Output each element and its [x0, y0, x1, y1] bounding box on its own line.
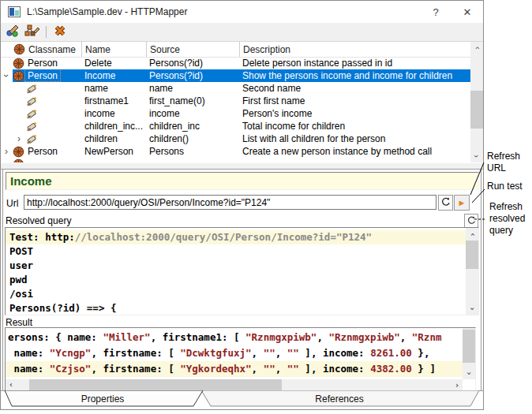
name-cell: income [81, 108, 146, 119]
caption-buttons: ? ✕ [420, 1, 483, 23]
description-cell: Person's income [239, 108, 470, 119]
chevron-down-icon[interactable]: › [1, 70, 12, 81]
edit-mapping-button[interactable] [4, 24, 21, 40]
description-cell: List with all children for the person [239, 133, 470, 144]
edit-structure-button[interactable] [24, 24, 41, 40]
name-cell: NewPerson [81, 146, 146, 157]
delete-icon [54, 24, 66, 40]
table-row[interactable]: namenameSecond name [1, 82, 470, 95]
delete-button[interactable] [51, 24, 69, 40]
description-cell: Total income for children [239, 121, 470, 132]
tree-cell: Person [1, 58, 81, 69]
run-test-button[interactable]: ► [454, 195, 470, 211]
result-horizontal-scrollbar[interactable]: › › [6, 379, 463, 390]
code-segment: name: [8, 347, 50, 359]
tab-properties-label[interactable]: Properties [9, 393, 197, 405]
table-row[interactable]: ›childrenchildren()List with all childre… [1, 132, 470, 145]
table-row[interactable]: PersonDeletePersons(?id)Delete person in… [1, 57, 470, 69]
refresh-url-button[interactable] [438, 195, 453, 211]
scrollbar-thumb[interactable] [463, 330, 475, 363]
url-input[interactable] [24, 195, 436, 210]
column-header-classname[interactable]: Classname [1, 42, 82, 57]
tab-references-label[interactable]: References [209, 393, 470, 405]
code-segment: ], income: [299, 363, 370, 375]
column-header-description[interactable]: Description [240, 42, 470, 57]
code-segment: "" [264, 363, 275, 375]
code-segment: , [400, 331, 412, 343]
name-cell: children [81, 133, 146, 144]
code-line: Persons(?id) ==> { [6, 301, 466, 315]
column-header-name[interactable]: Name [82, 42, 147, 57]
app-icon [8, 6, 21, 17]
result-text: ersons: { name: "Miller", firstname1: [ … [6, 328, 463, 379]
scroll-up-icon[interactable]: › [466, 228, 478, 241]
scroll-down-icon[interactable]: › [463, 367, 475, 379]
resolved-query-scrollbar[interactable]: › › [466, 228, 478, 315]
table-row[interactable]: children_inc...children_incTotal income … [1, 120, 470, 132]
description-cell: Delete person instance passed in id [239, 58, 470, 69]
code-segment: , [275, 347, 287, 359]
edit-mapping-icon [6, 24, 20, 40]
tree-cell: ›Person [1, 146, 81, 158]
description-cell: Second name [239, 83, 470, 94]
tree-cell [1, 95, 81, 107]
code-line: pwd [6, 273, 466, 287]
table-row[interactable]: ›PersonNewPersonPersonsCreate a new pers… [1, 145, 470, 158]
tree-cell: ›Person [1, 70, 81, 82]
code-segment: /osi [9, 288, 33, 300]
refresh-resolved-query-button[interactable] [464, 214, 478, 228]
code-segment: "Rznmgxpiwb" [245, 331, 317, 343]
annotation-line: URL [487, 162, 520, 174]
close-button[interactable]: ✕ [451, 1, 483, 23]
property-icon [24, 121, 38, 132]
column-header-source[interactable]: Source [147, 42, 240, 57]
tree-cell [1, 83, 81, 95]
code-segment: Persons(?id) ==> { [9, 302, 116, 314]
grid-vertical-scrollbar[interactable]: › › [470, 42, 483, 162]
code-line: Test: http://localhost:2000/query/OSI/Pe… [6, 230, 466, 244]
code-segment: "Rznmgxpiwb" [328, 331, 399, 343]
scroll-left-icon[interactable]: › [6, 379, 17, 390]
code-segment: , firstname1: [ [151, 331, 245, 343]
source-cell: children() [146, 133, 239, 144]
scroll-down-icon[interactable]: › [466, 302, 478, 315]
table-row[interactable]: incomeincomePerson's income [1, 107, 470, 120]
code-segment: , [275, 363, 287, 375]
scrollbar-thumb[interactable] [466, 241, 478, 269]
toolbar-separator [46, 26, 47, 38]
refresh-icon [467, 214, 476, 228]
grid-header: Classname Name Source Description [1, 42, 470, 58]
annotation-line: query [489, 225, 525, 237]
class-icon [12, 70, 25, 82]
annotation-refresh-url: RefreshURL [487, 151, 520, 174]
code-segment: , firstname: [ [91, 347, 180, 359]
selected-item-title: Income [6, 172, 479, 190]
help-button[interactable]: ? [420, 1, 451, 23]
scrollbar-thumb[interactable] [470, 91, 483, 129]
table-row[interactable]: ›PersonIncomePersons(?id)Show the person… [1, 69, 470, 82]
source-cell: income [146, 108, 239, 119]
resolved-query-text: Test: http://localhost:2000/query/OSI/Pe… [6, 228, 466, 315]
table-row[interactable]: firstname1first_name(0)First first name [1, 95, 470, 107]
scroll-right-icon[interactable]: › [451, 379, 463, 390]
code-segment: , firstname: [ [91, 363, 180, 375]
toolbar [1, 23, 483, 42]
scroll-down-icon[interactable]: › [470, 150, 483, 162]
code-segment: "Czjso" [50, 363, 92, 375]
property-icon [24, 133, 38, 145]
annotation-refresh-resolved-query: Refreshresolvedquery [489, 201, 525, 237]
code-line: POST [6, 244, 466, 259]
bottom-tab-bar: Properties References [1, 390, 483, 408]
chevron-right-icon[interactable]: › [1, 146, 12, 157]
annotation-line: Refresh [487, 151, 520, 162]
source-cell: name [146, 83, 239, 94]
scroll-up-icon[interactable]: › [470, 42, 483, 54]
chevron-right-icon[interactable]: › [13, 133, 24, 144]
tree-cell [1, 108, 81, 120]
resolved-query-area: Test: http://localhost:2000/query/OSI/Pe… [5, 227, 479, 315]
scrollbar-thumb[interactable] [29, 379, 282, 390]
source-cell: Persons [146, 146, 239, 157]
code-segment: ], income: [299, 347, 370, 359]
result-vertical-scrollbar[interactable]: › [463, 328, 475, 379]
url-label: Url [6, 198, 18, 209]
